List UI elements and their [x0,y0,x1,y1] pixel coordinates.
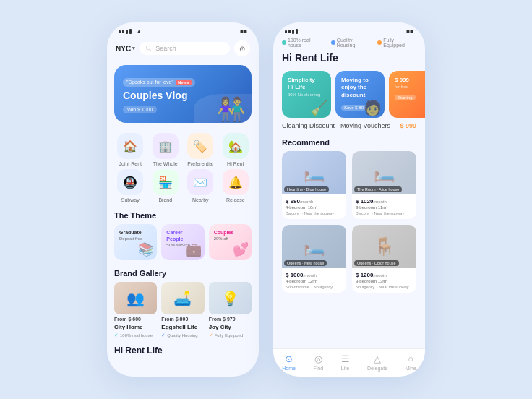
location-selector[interactable]: NYC ▾ [116,45,135,53]
nav-item-life[interactable]: ☰ Life [341,353,350,371]
theme-card-career[interactable]: Career People 50% service 💼 [161,224,204,260]
signal-right [285,29,298,34]
color-house-badge2: · Near the subway [377,285,408,289]
graduate-icon: 📚 [138,241,154,257]
theme-couples-sub: 20% off [214,236,246,241]
property-card-blue-house[interactable]: 🛏️ Heartline · Blue house $ 980/month 4-… [282,151,346,219]
joy-city-image: 💡 [209,282,252,314]
hero-tag: "Speaks out for love" News [123,78,195,87]
brand-icon: 🏪 [153,169,179,195]
city-home-name: City Home [114,324,157,330]
category-moving-vouchers[interactable]: Moving Vouchers [340,122,390,129]
icon-item-preferential[interactable]: 🏷️ Preferential [184,133,217,166]
new-house-image: 🛏️ Queens · New house [282,225,346,268]
category-filter-row: Cleaning Discount Moving Vouchers $ 999 [273,122,425,135]
hi-rent-icon: 🏡 [223,133,249,159]
icon-item-brand[interactable]: 🏪 Brand [150,169,182,202]
nav-item-delegate[interactable]: △ Delegate [367,353,387,371]
promo-cards-row: SimplicityHi Life 30% No cleaning 🧹 Movi… [273,66,425,122]
promo-card-999[interactable]: $ 999 for free Starting [389,71,425,118]
category-price-999: $ 999 [400,122,416,129]
nav-item-mine[interactable]: ○ Mine [406,353,416,371]
property-card-new-house[interactable]: 🛏️ Queens · New house $ 1000/month 4-bed… [282,225,346,293]
category-cleaning-discount[interactable]: Cleaning Discount [282,122,335,129]
info-quality-housing: Quality Housing [331,38,372,48]
category-icon-grid: 🏠 Joint Rent 🏢 The Whole 🏷️ Preferential… [107,127,259,208]
icon-item-joint-rent[interactable]: 🏠 Joint Rent [114,133,147,166]
joy-city-badge: ✓ Fully Equipped [209,332,252,338]
notification-button[interactable]: ⊙ [234,40,250,56]
search-icon [145,45,153,52]
new-house-detail: 4-bedroom 12m² [286,279,343,283]
promo-simplicity-label: SimplicityHi Life [288,77,325,92]
location-label: NYC [116,45,131,53]
find-label: Find [313,366,323,371]
find-icon: ◎ [314,353,322,364]
alice-house-badge1: Balcony [356,211,370,215]
nav-item-home[interactable]: ⊙ Home [282,353,296,371]
preferential-icon: 🏷️ [187,133,213,159]
alice-house-tag: The Room · Alice house [354,186,402,192]
hero-banner[interactable]: "Speaks out for love" News Couples Vlog … [114,65,252,123]
theme-card-couples[interactable]: Couples 20% off 💕 [209,224,252,260]
info-bar: 100% real house Quality Housing Fully Eq… [273,38,425,48]
blue-house-image: 🛏️ Heartline · Blue house [282,151,346,194]
icon-item-hi-rent[interactable]: 🏡 Hi Rent [220,133,252,166]
promo-card-moving[interactable]: Moving to enjoy the discount Save $ 80 🧑 [335,71,385,118]
mine-label: Mine [406,366,416,371]
left-phone: ▲ ■■ NYC ▾ Search ⊙ [107,22,259,377]
brand-gallery-row: 👥 From $ 600 City Home ✓ 100% real house [107,282,259,343]
theme-section-title: The Theme [107,208,259,224]
eggshell-image: 🛋️ [161,282,204,314]
color-house-price: $ 1200/month [356,272,413,278]
brand-label: Brand [158,197,172,202]
joy-city-name: Joy City [209,324,252,330]
property-card-alice-house[interactable]: 🛏️ The Room · Alice house $ 1020/month 3… [352,151,416,219]
new-house-price: $ 1000/month [286,272,343,278]
info-real-house: 100% real house [282,38,325,48]
subway-label: Subway [121,197,140,202]
theme-card-graduate[interactable]: Graduate Deposit free 📚 [114,224,157,260]
right-page-title: Hi Rent Life [282,52,416,64]
city-home-price: From $ 600 [114,317,157,322]
life-label: Life [341,366,349,371]
hi-rent-label: Hi Rent [227,161,244,166]
theme-career-label: Career People [166,229,199,242]
promo-simplicity-sub: 30% No cleaning [288,93,325,97]
blue-house-tag: Heartline · Blue house [284,186,329,192]
alice-house-price: $ 1020/month [356,198,413,205]
home-label: Home [282,366,296,371]
brand-item-eggshell[interactable]: 🛋️ From $ 800 Eggshell Life ✓ Quality Ho… [161,282,204,338]
blue-house-badge2: · Near the subway [302,211,334,215]
home-icon: ⊙ [285,353,293,364]
eggshell-price: From $ 800 [161,317,204,322]
quality-dot [331,40,335,45]
brand-item-joy-city[interactable]: 💡 From $ 970 Joy City ✓ Fully Equipped [209,282,252,338]
city-home-badge: ✓ 100% real house [114,332,157,338]
the-whole-icon: 🏢 [153,133,179,159]
property-card-color-house[interactable]: 🪑 Queens · Color house $ 1200/month 3-be… [352,225,416,293]
eggshell-name: Eggshell Life [161,324,204,330]
brand-item-city-home[interactable]: 👥 From $ 600 City Home ✓ 100% real house [114,282,157,338]
blue-house-detail: 4-bedroom 10m² [286,205,343,210]
subway-icon: 🚇 [117,169,143,195]
icon-item-subway[interactable]: 🚇 Subway [114,169,147,202]
icon-item-nearby[interactable]: ✉️ Nearby [184,169,217,202]
preferential-label: Preferential [187,161,213,166]
alice-house-badge2: · Near the subway [372,211,404,215]
hero-win-button[interactable]: Win $ 1000 [123,106,157,113]
info-fully-equipped: Fully Equipped [377,38,416,48]
color-house-tag: Queens · Color house [354,260,399,266]
property-grid: 🛏️ Heartline · Blue house $ 980/month 4-… [273,151,425,299]
equipped-dot [377,40,382,45]
nav-item-find[interactable]: ◎ Find [313,353,323,371]
life-icon: ☰ [341,353,350,364]
icon-item-release[interactable]: 🔔 Release [220,169,252,202]
promo-starting-badge: Starting [395,95,416,100]
delegate-icon: △ [374,353,381,364]
theme-cards-row: Graduate Deposit free 📚 Career People 50… [107,224,259,266]
search-input-wrap[interactable]: Search [140,42,230,55]
promo-card-simplicity[interactable]: SimplicityHi Life 30% No cleaning 🧹 [282,71,331,118]
icon-item-the-whole[interactable]: 🏢 The Whole [150,133,182,166]
bottom-navigation: ⊙ Home ◎ Find ☰ Life △ Delegate ○ Mine [273,348,425,377]
